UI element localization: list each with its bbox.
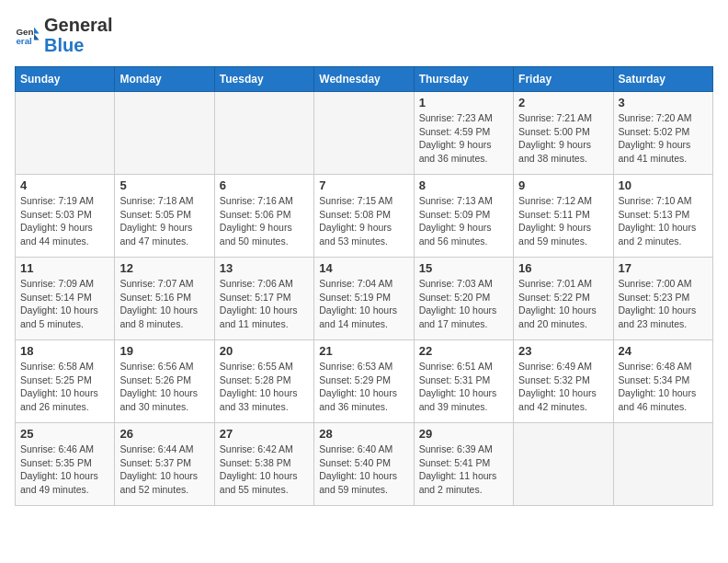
- calendar-cell: 20Sunrise: 6:55 AMSunset: 5:28 PMDayligh…: [214, 340, 313, 423]
- calendar-cell: [613, 423, 712, 506]
- day-info: Sunrise: 7:19 AMSunset: 5:03 PMDaylight:…: [20, 194, 109, 248]
- day-info: Sunrise: 7:12 AMSunset: 5:11 PMDaylight:…: [518, 194, 608, 248]
- calendar-cell: [115, 92, 214, 175]
- day-info: Sunrise: 6:42 AMSunset: 5:38 PMDaylight:…: [220, 442, 309, 497]
- day-info: Sunrise: 7:09 AMSunset: 5:14 PMDaylight:…: [20, 277, 109, 331]
- day-number: 22: [419, 344, 508, 358]
- calendar-cell: 23Sunrise: 6:49 AMSunset: 5:32 PMDayligh…: [514, 340, 613, 423]
- svg-text:eral: eral: [16, 36, 32, 46]
- day-number: 1: [419, 96, 508, 109]
- day-number: 13: [220, 261, 309, 275]
- calendar-cell: 25Sunrise: 6:46 AMSunset: 5:35 PMDayligh…: [16, 423, 115, 506]
- day-info: Sunrise: 7:04 AMSunset: 5:19 PMDaylight:…: [319, 277, 408, 331]
- day-number: 9: [518, 178, 608, 192]
- day-info: Sunrise: 6:44 AMSunset: 5:37 PMDaylight:…: [119, 442, 209, 497]
- day-number: 27: [220, 427, 309, 441]
- day-number: 29: [419, 427, 508, 441]
- calendar-cell: 21Sunrise: 6:53 AMSunset: 5:29 PMDayligh…: [314, 340, 414, 423]
- calendar-cell: 17Sunrise: 7:00 AMSunset: 5:23 PMDayligh…: [613, 258, 712, 340]
- day-number: 15: [419, 261, 508, 275]
- calendar-cell: 6Sunrise: 7:16 AMSunset: 5:06 PMDaylight…: [214, 175, 313, 258]
- column-header-saturday: Saturday: [613, 67, 712, 92]
- day-number: 11: [20, 261, 109, 275]
- calendar-cell: [314, 92, 414, 175]
- column-header-thursday: Thursday: [414, 67, 513, 92]
- day-info: Sunrise: 6:58 AMSunset: 5:25 PMDaylight:…: [20, 360, 109, 414]
- column-header-friday: Friday: [514, 67, 613, 92]
- calendar-cell: [514, 423, 613, 506]
- calendar-cell: 5Sunrise: 7:18 AMSunset: 5:05 PMDaylight…: [115, 175, 214, 258]
- day-info: Sunrise: 7:21 AMSunset: 5:00 PMDaylight:…: [518, 111, 608, 166]
- calendar-cell: 28Sunrise: 6:40 AMSunset: 5:40 PMDayligh…: [314, 423, 414, 506]
- calendar-cell: [16, 92, 115, 175]
- day-number: 2: [518, 96, 608, 109]
- day-info: Sunrise: 7:20 AMSunset: 5:02 PMDaylight:…: [619, 111, 708, 166]
- day-number: 4: [20, 178, 109, 192]
- logo: Gen eral General Blue: [15, 15, 112, 55]
- day-info: Sunrise: 7:03 AMSunset: 5:20 PMDaylight:…: [419, 277, 508, 331]
- day-info: Sunrise: 7:15 AMSunset: 5:08 PMDaylight:…: [319, 194, 408, 248]
- day-info: Sunrise: 7:23 AMSunset: 4:59 PMDaylight:…: [419, 111, 508, 166]
- day-info: Sunrise: 6:46 AMSunset: 5:35 PMDaylight:…: [20, 442, 109, 497]
- day-info: Sunrise: 7:16 AMSunset: 5:06 PMDaylight:…: [220, 194, 309, 248]
- day-number: 7: [319, 178, 408, 192]
- day-number: 17: [619, 261, 708, 275]
- calendar-cell: 24Sunrise: 6:48 AMSunset: 5:34 PMDayligh…: [613, 340, 712, 423]
- day-number: 28: [319, 427, 408, 441]
- logo-icon: Gen eral: [15, 22, 40, 48]
- day-info: Sunrise: 6:53 AMSunset: 5:29 PMDaylight:…: [319, 360, 408, 414]
- calendar-cell: 29Sunrise: 6:39 AMSunset: 5:41 PMDayligh…: [414, 423, 513, 506]
- day-number: 12: [119, 261, 209, 275]
- day-number: 20: [220, 344, 309, 358]
- calendar-cell: 26Sunrise: 6:44 AMSunset: 5:37 PMDayligh…: [115, 423, 214, 506]
- day-number: 24: [619, 344, 708, 358]
- day-number: 3: [619, 96, 708, 109]
- page-header: Gen eral General Blue: [15, 15, 713, 55]
- day-info: Sunrise: 7:07 AMSunset: 5:16 PMDaylight:…: [119, 277, 209, 331]
- calendar-cell: 19Sunrise: 6:56 AMSunset: 5:26 PMDayligh…: [115, 340, 214, 423]
- calendar-cell: 10Sunrise: 7:10 AMSunset: 5:13 PMDayligh…: [613, 175, 712, 258]
- calendar-cell: 3Sunrise: 7:20 AMSunset: 5:02 PMDaylight…: [613, 92, 712, 175]
- day-number: 10: [619, 178, 708, 192]
- calendar-cell: 27Sunrise: 6:42 AMSunset: 5:38 PMDayligh…: [214, 423, 313, 506]
- calendar-cell: 16Sunrise: 7:01 AMSunset: 5:22 PMDayligh…: [514, 258, 613, 340]
- day-number: 6: [220, 178, 309, 192]
- logo-line1: General: [44, 15, 112, 35]
- calendar-cell: 2Sunrise: 7:21 AMSunset: 5:00 PMDaylight…: [514, 92, 613, 175]
- day-info: Sunrise: 7:00 AMSunset: 5:23 PMDaylight:…: [619, 277, 708, 331]
- calendar-cell: 13Sunrise: 7:06 AMSunset: 5:17 PMDayligh…: [214, 258, 313, 340]
- calendar-cell: 11Sunrise: 7:09 AMSunset: 5:14 PMDayligh…: [16, 258, 115, 340]
- day-number: 26: [119, 427, 209, 441]
- day-number: 16: [518, 261, 608, 275]
- calendar-cell: 12Sunrise: 7:07 AMSunset: 5:16 PMDayligh…: [115, 258, 214, 340]
- logo-line2: Blue: [44, 35, 112, 55]
- day-number: 8: [419, 178, 508, 192]
- day-number: 21: [319, 344, 408, 358]
- calendar-cell: 15Sunrise: 7:03 AMSunset: 5:20 PMDayligh…: [414, 258, 513, 340]
- calendar-cell: 7Sunrise: 7:15 AMSunset: 5:08 PMDaylight…: [314, 175, 414, 258]
- calendar-cell: [214, 92, 313, 175]
- day-number: 18: [20, 344, 109, 358]
- day-info: Sunrise: 6:55 AMSunset: 5:28 PMDaylight:…: [220, 360, 309, 414]
- calendar-cell: 8Sunrise: 7:13 AMSunset: 5:09 PMDaylight…: [414, 175, 513, 258]
- calendar-cell: 22Sunrise: 6:51 AMSunset: 5:31 PMDayligh…: [414, 340, 513, 423]
- column-header-wednesday: Wednesday: [314, 67, 414, 92]
- day-info: Sunrise: 6:56 AMSunset: 5:26 PMDaylight:…: [119, 360, 209, 414]
- day-number: 14: [319, 261, 408, 275]
- day-info: Sunrise: 6:48 AMSunset: 5:34 PMDaylight:…: [619, 360, 708, 414]
- day-info: Sunrise: 6:51 AMSunset: 5:31 PMDaylight:…: [419, 360, 508, 414]
- day-info: Sunrise: 7:13 AMSunset: 5:09 PMDaylight:…: [419, 194, 508, 248]
- svg-marker-3: [34, 34, 40, 40]
- day-number: 19: [119, 344, 209, 358]
- calendar-cell: 1Sunrise: 7:23 AMSunset: 4:59 PMDaylight…: [414, 92, 513, 175]
- calendar-cell: 14Sunrise: 7:04 AMSunset: 5:19 PMDayligh…: [314, 258, 414, 340]
- day-number: 25: [20, 427, 109, 441]
- day-info: Sunrise: 6:49 AMSunset: 5:32 PMDaylight:…: [518, 360, 608, 414]
- day-number: 23: [518, 344, 608, 358]
- day-info: Sunrise: 7:01 AMSunset: 5:22 PMDaylight:…: [518, 277, 608, 331]
- calendar-cell: 18Sunrise: 6:58 AMSunset: 5:25 PMDayligh…: [16, 340, 115, 423]
- day-info: Sunrise: 7:10 AMSunset: 5:13 PMDaylight:…: [619, 194, 708, 248]
- calendar-cell: 4Sunrise: 7:19 AMSunset: 5:03 PMDaylight…: [16, 175, 115, 258]
- svg-marker-2: [34, 28, 40, 34]
- day-info: Sunrise: 6:40 AMSunset: 5:40 PMDaylight:…: [319, 442, 408, 497]
